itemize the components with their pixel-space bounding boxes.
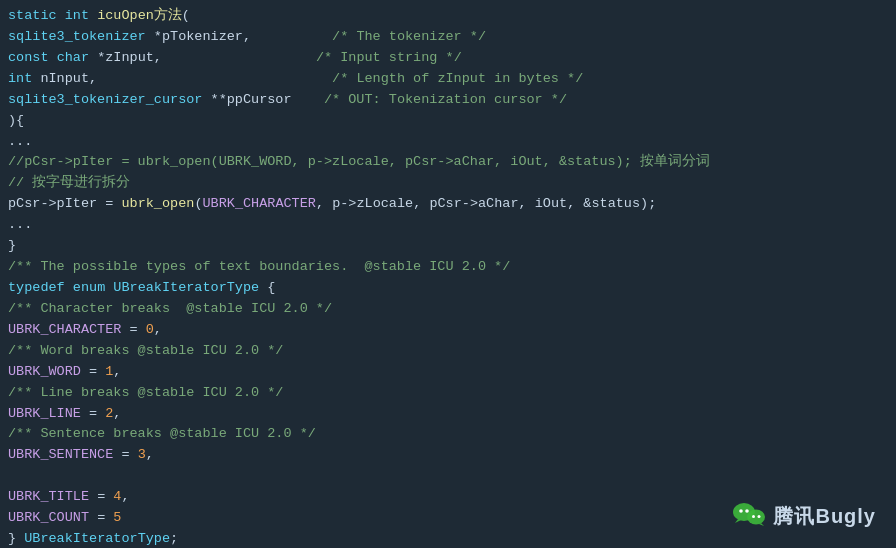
wechat-icon [731, 498, 767, 534]
code-line: const char *zInput, /* Input string */ [8, 48, 888, 69]
code-line: ... [8, 132, 888, 153]
code-line: } [8, 236, 888, 257]
code-line: UBRK_SENTENCE = 3, [8, 445, 888, 466]
svg-point-3 [746, 509, 750, 513]
code-line: //pCsr->pIter = ubrk_open(UBRK_WORD, p->… [8, 152, 888, 173]
code-line: /** The possible types of text boundarie… [8, 257, 888, 278]
code-line: pCsr->pIter = ubrk_open(UBRK_CHARACTER, … [8, 194, 888, 215]
code-line: sqlite3_tokenizer_cursor **ppCursor /* O… [8, 90, 888, 111]
code-line: ... [8, 215, 888, 236]
code-line: ){ [8, 111, 888, 132]
code-line: UBRK_WORD = 1, [8, 362, 888, 383]
code-line: typedef enum UBreakIteratorType { [8, 278, 888, 299]
code-line: UBRK_CHARACTER = 0, [8, 320, 888, 341]
watermark: 腾讯Bugly [731, 498, 876, 534]
code-line: /** Line breaks @stable ICU 2.0 */ [8, 383, 888, 404]
code-line: // 按字母进行拆分 [8, 173, 888, 194]
code-line: UBRK_LINE = 2, [8, 404, 888, 425]
code-line: static int icuOpen方法( [8, 6, 888, 27]
code-viewer: static int icuOpen方法(sqlite3_tokenizer *… [0, 0, 896, 548]
svg-point-1 [747, 510, 765, 525]
code-line: /** Character breaks @stable ICU 2.0 */ [8, 299, 888, 320]
code-line: int nInput, /* Length of zInput in bytes… [8, 69, 888, 90]
svg-point-5 [758, 515, 761, 518]
watermark-text: 腾讯Bugly [773, 503, 876, 530]
code-line: sqlite3_tokenizer *pTokenizer, /* The to… [8, 27, 888, 48]
svg-point-2 [740, 509, 744, 513]
svg-point-4 [752, 515, 755, 518]
code-line [8, 466, 888, 487]
code-line: /** Sentence breaks @stable ICU 2.0 */ [8, 424, 888, 445]
code-line: /** Word breaks @stable ICU 2.0 */ [8, 341, 888, 362]
